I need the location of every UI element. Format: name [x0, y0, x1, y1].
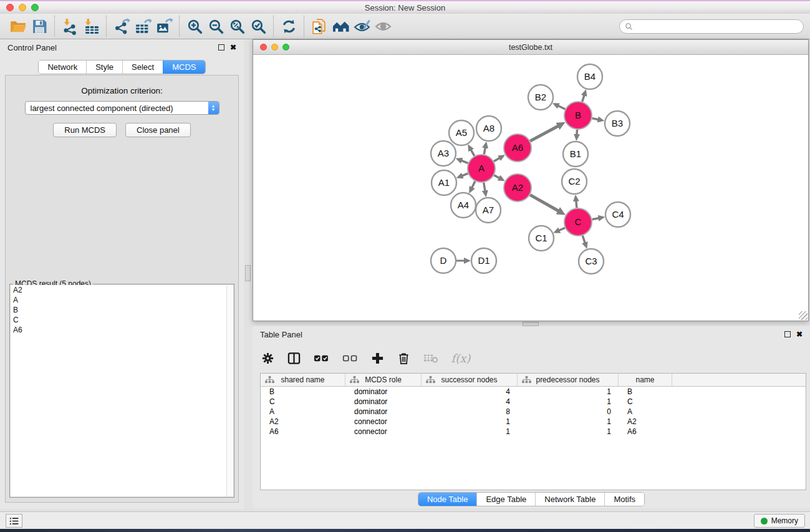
node-B1[interactable]: B1 [563, 142, 588, 167]
edge-A-A3[interactable] [461, 160, 468, 163]
node-A1[interactable]: A1 [432, 170, 456, 195]
column-header-successor-nodes[interactable]: successor nodes [422, 374, 518, 386]
new-network-from-selection-button[interactable] [309, 16, 330, 37]
zoom-frame-icon[interactable] [282, 44, 289, 51]
close-window-icon[interactable] [6, 4, 14, 11]
close-panel-icon[interactable]: ✖ [230, 44, 236, 51]
node-C[interactable]: C [564, 208, 592, 236]
mcds-result-item[interactable]: C [11, 315, 233, 325]
float-panel-icon[interactable] [218, 44, 224, 51]
table-row[interactable]: Bdominator41B [261, 387, 806, 397]
memory-button[interactable]: Memory [754, 514, 805, 528]
node-D1[interactable]: D1 [471, 248, 496, 273]
refresh-layout-button[interactable] [278, 16, 299, 37]
column-header-MCDS-role[interactable]: MCDS role [345, 374, 422, 386]
split-panes-button[interactable] [287, 352, 301, 365]
close-table-panel-icon[interactable]: ✖ [796, 331, 803, 337]
minimize-frame-icon[interactable] [271, 44, 278, 51]
zoom-out-button[interactable] [205, 16, 226, 37]
mcds-result-item[interactable]: A [11, 295, 233, 305]
tab-style[interactable]: Style [86, 60, 122, 74]
edge-A-A5[interactable] [471, 150, 475, 156]
float-table-panel-icon[interactable] [784, 331, 791, 337]
column-header-predecessor-nodes[interactable]: predecessor nodes [518, 374, 619, 386]
home-browser-button[interactable] [330, 16, 351, 37]
node-A8[interactable]: A8 [476, 116, 501, 141]
mcds-result-item[interactable]: A2 [11, 285, 233, 295]
select-all-rows-button[interactable] [314, 352, 329, 365]
save-session-button[interactable] [29, 16, 50, 37]
network-graph[interactable]: AA1A2A3A4A5A6A7A8BB1B2B3B4CC1C2C3C4DD1 [253, 55, 808, 321]
table-tab-node-table[interactable]: Node Table [418, 493, 477, 506]
edge-A-A8[interactable] [484, 147, 485, 154]
mcds-result-list[interactable]: A2ABCA6 [11, 285, 233, 496]
edge-C-C1[interactable] [559, 228, 565, 230]
node-A7[interactable]: A7 [476, 198, 501, 223]
edge-A-A2[interactable] [494, 175, 499, 178]
table-tab-motifs[interactable]: Motifs [604, 493, 644, 506]
node-C1[interactable]: C1 [529, 226, 554, 251]
node-C3[interactable]: C3 [579, 249, 604, 274]
show-hidden-button[interactable] [372, 16, 393, 37]
table-tab-edge-table[interactable]: Edge Table [476, 493, 535, 506]
edge-A-A4[interactable] [472, 181, 475, 188]
zoom-fit-button[interactable] [226, 16, 248, 37]
network-window-titlebar[interactable]: testGlobe.txt [253, 40, 808, 55]
horizontal-splitter-handle[interactable] [523, 322, 539, 326]
table-row[interactable]: Adominator80A [261, 407, 806, 417]
node-table[interactable]: shared nameMCDS rolesuccessor nodesprede… [260, 373, 806, 490]
edge-A-A6[interactable] [494, 158, 499, 161]
edge-B-B1[interactable] [577, 130, 577, 135]
mcds-result-item[interactable]: A6 [11, 325, 233, 335]
zoom-selected-button[interactable] [248, 16, 269, 37]
edge-B-B2[interactable] [558, 105, 565, 109]
tab-mcds[interactable]: MCDS [163, 60, 205, 74]
criterion-dropdown[interactable]: largest connected component (directed) ▲… [25, 101, 219, 115]
node-A2[interactable]: A2 [504, 174, 531, 201]
import-network-button[interactable] [59, 16, 80, 37]
export-table-button[interactable] [132, 16, 153, 37]
vertical-splitter-handle[interactable] [245, 265, 251, 281]
edge-B-B3[interactable] [592, 118, 599, 120]
zoom-window-icon[interactable] [31, 4, 39, 11]
node-A[interactable]: A [468, 155, 495, 182]
node-A3[interactable]: A3 [431, 141, 456, 166]
table-row[interactable]: A2connector11A2 [261, 417, 806, 427]
run-mcds-button[interactable]: Run MCDS [53, 123, 117, 137]
column-header-shared-name[interactable]: shared name [261, 374, 345, 386]
tab-network[interactable]: Network [39, 60, 86, 74]
column-header-name[interactable]: name [619, 374, 672, 386]
node-B[interactable]: B [564, 102, 592, 129]
edge-A-A7[interactable] [484, 183, 485, 191]
add-column-button[interactable] [371, 352, 384, 365]
search-field[interactable] [619, 19, 804, 34]
table-row[interactable]: Cdominator41C [261, 397, 806, 407]
node-B3[interactable]: B3 [605, 111, 630, 136]
window-resize-grip[interactable] [799, 311, 808, 320]
network-canvas[interactable]: AA1A2A3A4A5A6A7A8BB1B2B3B4CC1C2C3C4DD1 [253, 55, 808, 321]
edge-A-A1[interactable] [462, 173, 468, 176]
mcds-result-item[interactable]: B [11, 305, 233, 315]
edge-C-C2[interactable] [576, 201, 577, 208]
node-B4[interactable]: B4 [577, 64, 602, 89]
close-panel-button[interactable]: Close panel [125, 123, 191, 137]
edge-A6-B[interactable] [530, 126, 558, 141]
node-C4[interactable]: C4 [605, 202, 630, 227]
export-image-button[interactable] [153, 16, 175, 37]
open-session-button[interactable] [7, 16, 29, 37]
tab-select[interactable]: Select [122, 60, 163, 74]
result-list-scrollbar[interactable] [226, 285, 233, 496]
table-row[interactable]: A6connector11A6 [261, 427, 806, 437]
zoom-in-button[interactable] [184, 16, 205, 37]
node-D[interactable]: D [431, 248, 456, 273]
node-A5[interactable]: A5 [449, 120, 474, 145]
show-panels-button[interactable] [6, 514, 22, 528]
node-A6[interactable]: A6 [504, 134, 531, 162]
edge-C-C4[interactable] [592, 218, 599, 220]
export-network-button[interactable] [111, 16, 132, 37]
minimize-window-icon[interactable] [19, 4, 26, 11]
close-frame-icon[interactable] [260, 44, 267, 51]
delete-column-button[interactable] [397, 352, 410, 365]
hide-selected-button[interactable] [351, 16, 372, 37]
node-A4[interactable]: A4 [451, 193, 476, 218]
